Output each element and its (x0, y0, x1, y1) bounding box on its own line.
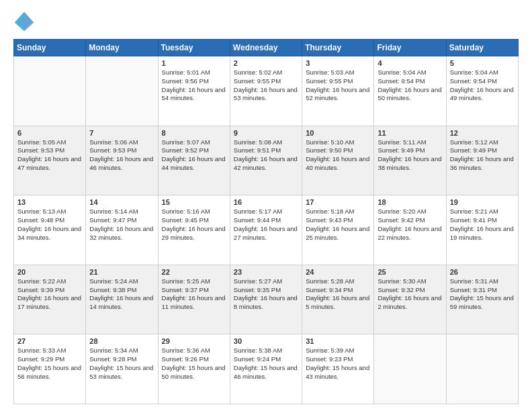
day-info: Sunrise: 5:11 AM (378, 138, 442, 147)
day-info: Sunset: 9:51 PM (234, 146, 298, 155)
day-number: 7 (89, 129, 154, 137)
day-number: 6 (17, 129, 82, 137)
day-number: 21 (89, 268, 154, 276)
calendar-table: SundayMondayTuesdayWednesdayThursdayFrid… (13, 39, 519, 404)
day-info: Sunset: 9:55 PM (306, 77, 370, 86)
weekday-header-monday: Monday (86, 40, 158, 56)
day-number: 14 (89, 198, 154, 206)
calendar-cell: 3Sunrise: 5:03 AMSunset: 9:55 PMDaylight… (302, 56, 374, 126)
day-info: Sunset: 9:56 PM (162, 77, 226, 86)
day-info: Sunset: 9:28 PM (89, 355, 154, 364)
calendar-cell: 6Sunrise: 5:05 AMSunset: 9:53 PMDaylight… (14, 126, 86, 195)
calendar-cell (374, 334, 446, 404)
day-number: 9 (234, 129, 298, 137)
calendar-week-5: 27Sunrise: 5:33 AMSunset: 9:29 PMDayligh… (14, 334, 519, 404)
day-info: Sunrise: 5:22 AM (17, 277, 82, 286)
day-info: Sunset: 9:38 PM (89, 286, 154, 295)
day-info: Sunrise: 5:10 AM (306, 138, 370, 147)
calendar-cell: 9Sunrise: 5:08 AMSunset: 9:51 PMDaylight… (230, 126, 302, 195)
calendar-cell: 1Sunrise: 5:01 AMSunset: 9:56 PMDaylight… (158, 56, 230, 126)
day-number: 26 (450, 268, 515, 276)
day-info: Sunset: 9:37 PM (162, 286, 226, 295)
day-info: Daylight: 16 hours and 25 minutes. (306, 225, 370, 242)
day-number: 30 (234, 337, 298, 345)
day-info: Sunset: 9:31 PM (450, 286, 515, 295)
day-info: Sunrise: 5:16 AM (162, 208, 226, 216)
day-info: Daylight: 16 hours and 42 minutes. (234, 155, 298, 173)
day-info: Sunset: 9:54 PM (450, 77, 515, 86)
day-info: Daylight: 15 hours and 43 minutes. (306, 364, 370, 381)
day-info: Daylight: 15 hours and 50 minutes. (162, 364, 226, 381)
day-info: Daylight: 16 hours and 29 minutes. (162, 225, 226, 242)
day-info: Sunrise: 5:03 AM (306, 68, 370, 77)
day-info: Daylight: 16 hours and 36 minutes. (450, 155, 515, 173)
day-info: Sunset: 9:53 PM (17, 146, 82, 155)
calendar-cell: 24Sunrise: 5:28 AMSunset: 9:34 PMDayligh… (302, 265, 374, 334)
calendar-cell: 15Sunrise: 5:16 AMSunset: 9:45 PMDayligh… (158, 195, 230, 265)
svg-marker-2 (15, 12, 24, 32)
calendar-cell (14, 56, 86, 126)
day-info: Daylight: 16 hours and 34 minutes. (17, 225, 82, 242)
weekday-header-thursday: Thursday (302, 40, 374, 56)
day-info: Sunset: 9:43 PM (306, 216, 370, 225)
day-info: Sunrise: 5:08 AM (234, 138, 298, 147)
day-info: Sunset: 9:29 PM (17, 355, 82, 364)
day-number: 4 (378, 59, 442, 67)
weekday-header-tuesday: Tuesday (158, 40, 230, 56)
header (13, 11, 519, 32)
logo-icon (13, 11, 35, 32)
day-info: Daylight: 16 hours and 40 minutes. (306, 155, 370, 173)
day-info: Daylight: 16 hours and 8 minutes. (234, 294, 298, 312)
day-number: 27 (17, 337, 82, 345)
day-info: Sunrise: 5:13 AM (17, 208, 82, 216)
day-info: Sunset: 9:55 PM (234, 77, 298, 86)
calendar-cell: 25Sunrise: 5:30 AMSunset: 9:32 PMDayligh… (374, 265, 446, 334)
day-number: 25 (378, 268, 442, 276)
day-info: Sunrise: 5:17 AM (234, 208, 298, 216)
day-info: Daylight: 16 hours and 38 minutes. (378, 155, 442, 173)
calendar-header: SundayMondayTuesdayWednesdayThursdayFrid… (14, 40, 519, 56)
day-info: Sunrise: 5:01 AM (162, 68, 226, 77)
day-info: Daylight: 16 hours and 53 minutes. (234, 86, 298, 103)
calendar-cell (446, 334, 518, 404)
day-info: Sunset: 9:32 PM (378, 286, 442, 295)
day-info: Daylight: 16 hours and 49 minutes. (450, 86, 515, 103)
day-info: Daylight: 16 hours and 47 minutes. (17, 155, 82, 173)
calendar-cell: 27Sunrise: 5:33 AMSunset: 9:29 PMDayligh… (14, 334, 86, 404)
day-info: Sunrise: 5:21 AM (450, 208, 515, 216)
day-info: Sunset: 9:49 PM (378, 146, 442, 155)
day-info: Daylight: 16 hours and 32 minutes. (89, 225, 154, 242)
day-info: Sunrise: 5:06 AM (89, 138, 154, 147)
calendar-cell: 16Sunrise: 5:17 AMSunset: 9:44 PMDayligh… (230, 195, 302, 265)
day-info: Sunset: 9:52 PM (162, 146, 226, 155)
page: SundayMondayTuesdayWednesdayThursdayFrid… (0, 0, 532, 411)
calendar-cell: 10Sunrise: 5:10 AMSunset: 9:50 PMDayligh… (302, 126, 374, 195)
svg-marker-1 (24, 12, 34, 32)
day-number: 2 (234, 59, 298, 67)
day-info: Sunset: 9:39 PM (17, 286, 82, 295)
day-number: 17 (306, 198, 370, 206)
day-info: Sunrise: 5:18 AM (306, 208, 370, 216)
day-info: Sunrise: 5:14 AM (89, 208, 154, 216)
day-info: Daylight: 16 hours and 50 minutes. (378, 86, 442, 103)
day-info: Sunset: 9:48 PM (17, 216, 82, 225)
calendar-week-1: 1Sunrise: 5:01 AMSunset: 9:56 PMDaylight… (14, 56, 519, 126)
calendar-cell: 8Sunrise: 5:07 AMSunset: 9:52 PMDaylight… (158, 126, 230, 195)
day-info: Sunset: 9:26 PM (162, 355, 226, 364)
day-info: Sunset: 9:44 PM (234, 216, 298, 225)
weekday-header-wednesday: Wednesday (230, 40, 302, 56)
day-number: 23 (234, 268, 298, 276)
day-number: 28 (89, 337, 154, 345)
day-info: Daylight: 15 hours and 53 minutes. (89, 364, 154, 381)
calendar-cell: 29Sunrise: 5:36 AMSunset: 9:26 PMDayligh… (158, 334, 230, 404)
calendar-cell: 12Sunrise: 5:12 AMSunset: 9:49 PMDayligh… (446, 126, 518, 195)
day-number: 18 (378, 198, 442, 206)
day-info: Sunrise: 5:27 AM (234, 277, 298, 286)
day-info: Sunset: 9:54 PM (378, 77, 442, 86)
calendar-cell (86, 56, 158, 126)
day-info: Daylight: 15 hours and 59 minutes. (450, 294, 515, 312)
day-info: Sunrise: 5:24 AM (89, 277, 154, 286)
calendar-cell: 13Sunrise: 5:13 AMSunset: 9:48 PMDayligh… (14, 195, 86, 265)
day-info: Sunrise: 5:28 AM (306, 277, 370, 286)
calendar-cell: 14Sunrise: 5:14 AMSunset: 9:47 PMDayligh… (86, 195, 158, 265)
